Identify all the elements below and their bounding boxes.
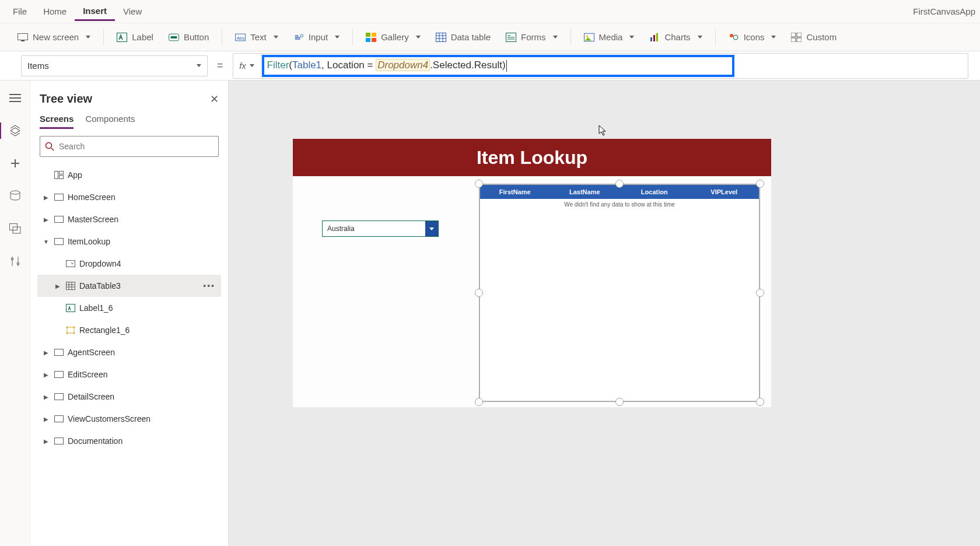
rail-tree[interactable]	[8, 124, 22, 138]
forms-button[interactable]: Forms	[500, 29, 564, 46]
label-icon	[65, 303, 76, 313]
svg-rect-47	[55, 394, 64, 400]
chevron-right-icon: ▶	[54, 283, 62, 289]
svg-point-30	[46, 143, 52, 149]
canvas-datatable[interactable]: FirstName LastName Location VIPLevel We …	[480, 184, 760, 401]
more-icon[interactable]: •••	[200, 281, 219, 290]
rail-data[interactable]	[8, 189, 22, 203]
media-icon	[584, 32, 594, 43]
chevron-right-icon: ▶	[42, 438, 50, 444]
tree-item-rectangle[interactable]: Rectangle1_6	[37, 319, 221, 341]
rail-insert[interactable]	[8, 156, 22, 170]
charts-button[interactable]: Charts	[643, 29, 708, 46]
resize-handle[interactable]	[756, 398, 764, 406]
svg-point-20	[733, 35, 738, 40]
tree-item-viewcustomers[interactable]: ▶ViewCustomersScreen	[37, 408, 221, 430]
text-button[interactable]: Abc Text	[229, 29, 284, 46]
chevron-right-icon: ▶	[42, 194, 50, 201]
resize-handle[interactable]	[475, 289, 483, 297]
screen-canvas[interactable]: Item Lookup Australia FirstName LastName…	[293, 139, 771, 407]
col-firstname[interactable]: FirstName	[480, 185, 550, 199]
tree-app[interactable]: App	[37, 164, 221, 186]
new-screen-button[interactable]: New screen	[12, 29, 96, 46]
dropdown-toggle[interactable]	[425, 221, 438, 236]
custom-button[interactable]: Custom	[785, 29, 842, 46]
button-btn-label: Button	[184, 32, 209, 42]
menu-view[interactable]: View	[115, 3, 150, 20]
svg-point-19	[730, 34, 733, 37]
resize-handle[interactable]	[756, 289, 764, 297]
icons-button[interactable]: Icons	[723, 29, 782, 46]
text-cursor	[506, 60, 507, 72]
chevron-right-icon: ▶	[42, 372, 50, 378]
button-button[interactable]: Button	[163, 29, 215, 46]
separator	[352, 29, 353, 46]
col-lastname[interactable]: LastName	[550, 185, 620, 199]
tree-item-agentscreen[interactable]: ▶AgentScreen	[37, 341, 221, 363]
input-button[interactable]: Input	[288, 29, 345, 46]
gallery-button[interactable]: Gallery	[360, 29, 426, 46]
formula-input[interactable]: Filter(Table1, Location = Dropdown4.Sele…	[261, 54, 968, 78]
menu-home[interactable]: Home	[35, 3, 75, 20]
svg-rect-10	[366, 38, 370, 42]
chevron-down-icon	[553, 36, 558, 38]
resize-handle[interactable]	[615, 180, 624, 188]
tree-list: App ▶HomeScreen ▶MasterScreen ▼ItemLooku…	[37, 164, 221, 546]
label-icon	[117, 32, 127, 43]
svg-text:Abc: Abc	[237, 35, 245, 40]
svg-rect-40	[67, 327, 74, 333]
datatable-button[interactable]: Data table	[430, 29, 496, 46]
canvas-header[interactable]: Item Lookup	[293, 139, 771, 176]
tree-item-documentation[interactable]: ▶Documentation	[37, 430, 221, 452]
svg-rect-8	[366, 33, 370, 37]
left-rail	[0, 80, 30, 546]
tab-screens[interactable]: Screens	[40, 114, 74, 129]
resize-handle[interactable]	[475, 180, 483, 188]
close-icon[interactable]: ✕	[210, 93, 219, 106]
media-button[interactable]: Media	[578, 29, 640, 46]
search-input[interactable]	[59, 142, 214, 151]
search-icon	[45, 142, 54, 151]
menu-file[interactable]: File	[5, 3, 35, 20]
tree-item-masterscreen[interactable]: ▶MasterScreen	[37, 208, 221, 230]
text-icon: Abc	[235, 32, 246, 43]
tree-item-datatable3[interactable]: ▶DataTable3•••	[37, 275, 221, 297]
svg-point-43	[66, 332, 68, 334]
label-button[interactable]: Label	[111, 29, 159, 46]
svg-rect-18	[656, 33, 658, 41]
col-viplevel[interactable]: VIPLevel	[690, 185, 760, 199]
tree-item-itemlookup[interactable]: ▼ItemLookup	[37, 230, 221, 253]
screen-icon	[54, 369, 64, 380]
rectangle-icon	[65, 325, 76, 335]
screen-icon	[54, 436, 64, 446]
resize-handle[interactable]	[475, 398, 483, 406]
svg-rect-33	[60, 176, 64, 179]
svg-rect-36	[55, 239, 64, 245]
menu-insert[interactable]: Insert	[75, 2, 115, 21]
tree-item-dropdown4[interactable]: Dropdown4	[37, 253, 221, 275]
svg-rect-9	[372, 33, 376, 37]
rail-tools[interactable]	[8, 254, 22, 268]
tab-components[interactable]: Components	[85, 114, 135, 129]
fx-prefix[interactable]: fx	[233, 54, 261, 78]
formula-input-wrap: fx Filter(Table1, Location = Dropdown4.S…	[233, 53, 968, 79]
tree-item-label[interactable]: Label1_6	[37, 297, 221, 319]
resize-handle[interactable]	[756, 180, 764, 188]
search-box[interactable]	[40, 136, 219, 157]
canvas-dropdown[interactable]: Australia	[322, 220, 439, 237]
tree-item-homescreen[interactable]: ▶HomeScreen	[37, 186, 221, 208]
tree-item-detailscreen[interactable]: ▶DetailScreen	[37, 386, 221, 408]
tree-title: Tree view	[40, 92, 92, 106]
tree-item-editscreen[interactable]: ▶EditScreen	[37, 363, 221, 386]
property-selector[interactable]: Items	[21, 55, 208, 76]
rail-media[interactable]	[8, 222, 22, 236]
resize-handle[interactable]	[615, 398, 624, 406]
svg-rect-46	[55, 372, 64, 378]
app-title: FirstCanvasApp	[913, 6, 975, 16]
svg-rect-38	[66, 282, 75, 290]
formula-token-func: Filter	[267, 60, 289, 71]
svg-rect-23	[791, 38, 796, 42]
app-icon	[54, 170, 64, 180]
col-location[interactable]: Location	[620, 185, 690, 199]
rail-hamburger[interactable]	[8, 91, 22, 105]
